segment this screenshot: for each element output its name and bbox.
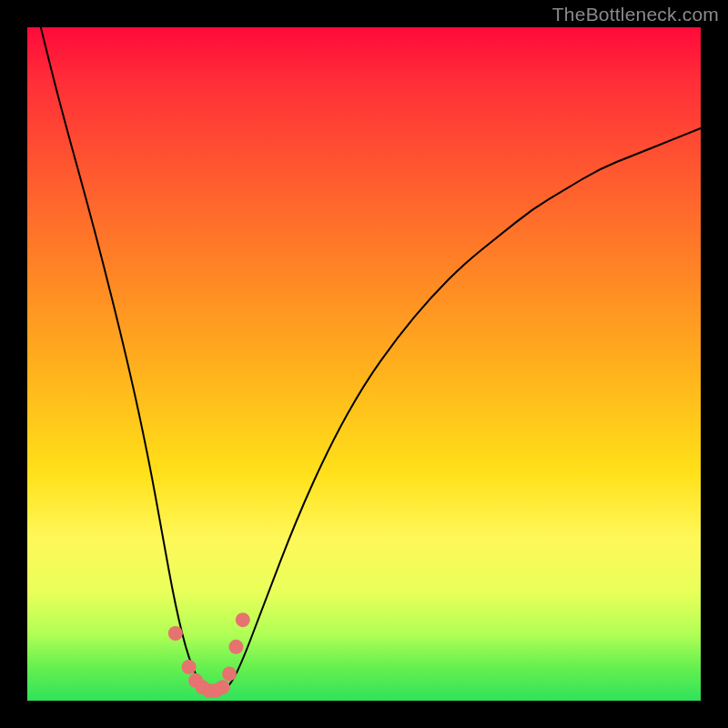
- data-marker: [222, 666, 237, 681]
- chart-frame: TheBottleneck.com: [0, 0, 728, 728]
- watermark-text: TheBottleneck.com: [552, 4, 719, 25]
- data-marker: [228, 640, 243, 654]
- plot-area: [27, 27, 701, 701]
- data-marker: [182, 660, 197, 674]
- bottleneck-curve: [41, 27, 701, 694]
- chart-svg: [27, 27, 701, 701]
- data-marker: [216, 680, 230, 694]
- data-marker: [168, 626, 183, 641]
- data-marker: [236, 612, 250, 627]
